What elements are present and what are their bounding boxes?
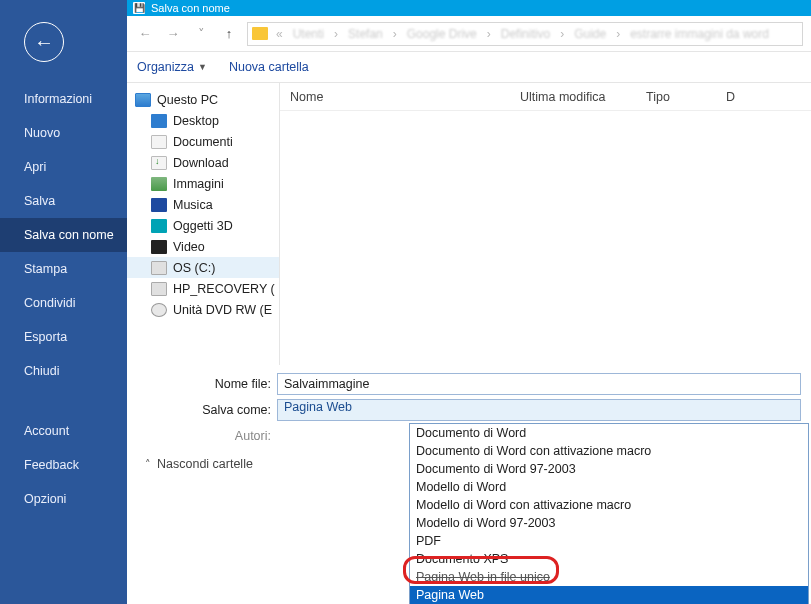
sidebar-item-salva[interactable]: Salva (0, 184, 127, 218)
nav-up-button[interactable]: ↑ (219, 24, 239, 44)
dialog-title-text: Salva con nome (151, 2, 230, 14)
tree-item-download[interactable]: Download (127, 152, 279, 173)
sidebar-item-salva-con-nome[interactable]: Salva con nome (0, 218, 127, 252)
tree-item-os-c[interactable]: OS (C:) (127, 257, 279, 278)
address-bar: ← → ˅ ↑ « Utenti› Stefan› Google Drive› … (127, 16, 811, 52)
video-icon (151, 240, 167, 254)
sidebar-item-opzioni[interactable]: Opzioni (0, 482, 127, 516)
authors-label: Autori: (137, 429, 277, 443)
crumb[interactable]: estrarre immagini da word (628, 27, 771, 41)
dd-item[interactable]: Pagina Web in file unico (410, 568, 808, 586)
nav-forward-button[interactable]: → (163, 24, 183, 44)
drive-icon (151, 261, 167, 275)
dd-item[interactable]: Documento XPS (410, 550, 808, 568)
dd-item[interactable]: Modello di Word con attivazione macro (410, 496, 808, 514)
tree-item-desktop[interactable]: Desktop (127, 110, 279, 131)
saveas-dropdown-list: Documento di Word Documento di Word con … (409, 423, 809, 604)
tree-label: Questo PC (157, 93, 218, 107)
sidebar-item-feedback[interactable]: Feedback (0, 448, 127, 482)
back-button[interactable]: ← (24, 22, 64, 62)
tree-item-recovery[interactable]: HP_RECOVERY ( (127, 278, 279, 299)
saveas-label: Salva come: (137, 403, 277, 417)
tree-label: HP_RECOVERY ( (173, 282, 275, 296)
nav-back-button[interactable]: ← (135, 24, 155, 44)
pc-icon (135, 93, 151, 107)
save-icon: 💾 (133, 2, 145, 14)
sidebar-item-nuovo[interactable]: Nuovo (0, 116, 127, 150)
crumb[interactable]: Definitivo (499, 27, 552, 41)
col-name[interactable]: Nome (280, 90, 510, 104)
tree-label: Video (173, 240, 205, 254)
tree-item-music[interactable]: Musica (127, 194, 279, 215)
tree-item-video[interactable]: Video (127, 236, 279, 257)
chevron-down-icon: ▼ (198, 62, 207, 72)
crumb[interactable]: Google Drive (405, 27, 479, 41)
hide-folders-link[interactable]: Nascondi cartelle (157, 457, 253, 471)
breadcrumb[interactable]: « Utenti› Stefan› Google Drive› Definiti… (247, 22, 803, 46)
tree-label: Unità DVD RW (E (173, 303, 272, 317)
sidebar-item-condividi[interactable]: Condividi (0, 286, 127, 320)
tree-item-this-pc[interactable]: Questo PC (127, 89, 279, 110)
col-type[interactable]: Tipo (636, 90, 716, 104)
new-folder-button[interactable]: Nuova cartella (229, 60, 309, 74)
word-backstage-sidebar: ← Informazioni Nuovo Apri Salva Salva co… (0, 0, 127, 604)
back-arrow-icon: ← (34, 32, 54, 52)
sidebar-item-esporta[interactable]: Esporta (0, 320, 127, 354)
sidebar-item-informazioni[interactable]: Informazioni (0, 82, 127, 116)
saveas-dropdown[interactable]: Pagina Web (277, 399, 801, 421)
chevron-up-icon: ˄ (145, 458, 151, 471)
dd-item-selected[interactable]: Pagina Web (410, 586, 808, 604)
tree-label: Musica (173, 198, 213, 212)
sidebar-item-account[interactable]: Account (0, 414, 127, 448)
file-list: Nome Ultima modifica Tipo D (280, 83, 811, 365)
crumb[interactable]: Guide (572, 27, 608, 41)
nav-recent-button[interactable]: ˅ (191, 24, 211, 44)
col-d[interactable]: D (716, 90, 756, 104)
drive-icon (151, 282, 167, 296)
sidebar-item-chiudi[interactable]: Chiudi (0, 354, 127, 388)
download-icon (151, 156, 167, 170)
music-icon (151, 198, 167, 212)
tree-label: Immagini (173, 177, 224, 191)
dd-item[interactable]: PDF (410, 532, 808, 550)
tree-label: OS (C:) (173, 261, 215, 275)
organize-label: Organizza (137, 60, 194, 74)
tree-label: Desktop (173, 114, 219, 128)
file-list-body[interactable] (280, 111, 811, 393)
dd-item[interactable]: Documento di Word (410, 424, 808, 442)
new-folder-label: Nuova cartella (229, 60, 309, 74)
images-icon (151, 177, 167, 191)
disc-icon (151, 303, 167, 317)
crumb[interactable]: Stefan (346, 27, 385, 41)
tree-label: Oggetti 3D (173, 219, 233, 233)
dialog-titlebar: 💾 Salva con nome (127, 0, 811, 16)
dd-item[interactable]: Modello di Word (410, 478, 808, 496)
tree-label: Documenti (173, 135, 233, 149)
organize-dropdown[interactable]: Organizza ▼ (137, 60, 207, 74)
tree-item-3d[interactable]: Oggetti 3D (127, 215, 279, 236)
tree-item-images[interactable]: Immagini (127, 173, 279, 194)
tree-item-dvd[interactable]: Unità DVD RW (E (127, 299, 279, 320)
dd-item[interactable]: Documento di Word con attivazione macro (410, 442, 808, 460)
objects3d-icon (151, 219, 167, 233)
filename-input[interactable] (277, 373, 801, 395)
sidebar-item-stampa[interactable]: Stampa (0, 252, 127, 286)
file-list-header: Nome Ultima modifica Tipo D (280, 83, 811, 111)
col-modified[interactable]: Ultima modifica (510, 90, 636, 104)
documents-icon (151, 135, 167, 149)
dialog-toolbar: Organizza ▼ Nuova cartella (127, 52, 811, 82)
tree-item-documents[interactable]: Documenti (127, 131, 279, 152)
desktop-icon (151, 114, 167, 128)
filename-label: Nome file: (137, 377, 277, 391)
crumb[interactable]: Utenti (291, 27, 326, 41)
folder-icon (252, 27, 268, 40)
tree-label: Download (173, 156, 229, 170)
dd-item[interactable]: Modello di Word 97-2003 (410, 514, 808, 532)
dd-item[interactable]: Documento di Word 97-2003 (410, 460, 808, 478)
save-dialog: 💾 Salva con nome ← → ˅ ↑ « Utenti› Stefa… (127, 0, 811, 604)
sidebar-item-apri[interactable]: Apri (0, 150, 127, 184)
folder-tree: Questo PC Desktop Documenti Download Imm… (127, 83, 280, 365)
